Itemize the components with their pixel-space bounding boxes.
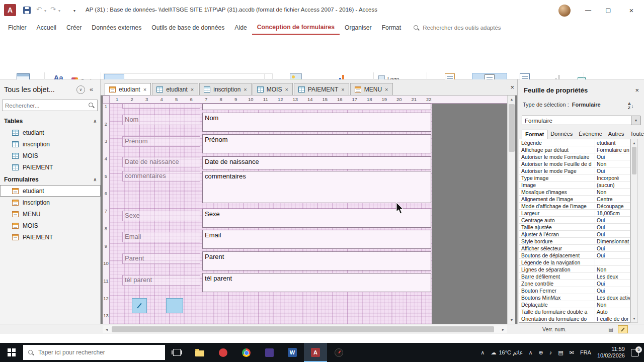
nav-item-table-inscription[interactable]: inscription [0,138,101,150]
close-tab-icon[interactable]: × [385,86,388,93]
maximize-button[interactable]: ▢ [600,0,617,20]
document-tab-menu[interactable]: MENU × [350,83,393,95]
design-view-button[interactable] [618,325,628,333]
nav-section-tables[interactable]: Tables∧ [0,116,101,127]
nav-item-table-mois[interactable]: MOIS [0,150,101,161]
property-value[interactable]: Non [595,189,630,195]
property-value[interactable]: Les deux activ [595,294,630,301]
property-row[interactable]: Légende etudiant [519,139,630,146]
ribbon-tab-donnees-externes[interactable]: Données externes [87,20,146,35]
property-value[interactable]: Oui [595,217,630,223]
textbox-email[interactable]: Email [202,230,431,249]
tray-icon-2[interactable]: ♪ [549,349,552,355]
document-tab-etudiant-form[interactable]: etudiant × [105,83,151,95]
scrollbar-thumb[interactable] [112,326,494,332]
tell-me-search[interactable] [413,20,523,35]
prop-tab-toutes[interactable]: Toutes [627,130,644,139]
redo-dropdown-icon[interactable]: ▾ [58,9,60,13]
textbox-parent[interactable]: Parent [202,251,431,270]
property-row[interactable]: Lignes de séparation Non [519,266,630,273]
ribbon-tab-outils-bdd[interactable]: Outils de base de données [146,20,229,35]
qat-customize-icon[interactable]: ▾ [73,9,75,13]
combo-dropdown-icon[interactable]: ▾ [631,116,640,125]
property-scrollbar[interactable]: ▲ ▼ [630,139,638,323]
close-tab-icon[interactable]: × [285,86,288,93]
prop-tab-format[interactable]: Format [522,130,547,139]
nav-item-table-paiement[interactable]: PAIEMENT [0,161,101,173]
ribbon-tab-creer[interactable]: Créer [61,20,87,35]
ribbon-tab-aide[interactable]: Aide [229,20,252,35]
nav-menu-icon[interactable]: ∨ [76,85,85,94]
close-tab-icon[interactable]: × [341,86,344,93]
property-value[interactable]: Dimensionnat [595,238,630,244]
close-tab-icon[interactable]: × [244,86,247,93]
access-taskbar-icon[interactable]: A [304,343,327,362]
property-row[interactable]: Orientation du formulaire do Feuille de … [519,315,630,322]
sort-az-button[interactable]: AZ ↓ [628,100,638,113]
label-tel-parent[interactable]: tél parent [122,275,200,286]
scroll-right-icon[interactable]: ► [499,325,507,333]
prop-tab-evenement[interactable]: Événeme [576,130,605,139]
label-date-naissance[interactable]: Date de naissance [122,157,200,167]
property-row[interactable]: Déplaçable Non [519,301,630,308]
property-value[interactable]: Oui [595,280,630,287]
property-value[interactable] [595,259,630,265]
property-value[interactable]: Oui [595,167,630,174]
horizontal-scrollbar[interactable]: ◄ ► [103,325,507,333]
ribbon-tab-fichier[interactable]: Fichier [3,20,32,35]
taskbar-search-input[interactable] [38,349,160,356]
action-center-icon[interactable]: 5 [631,349,639,356]
property-value[interactable]: Incorporé [595,174,630,181]
property-row[interactable]: Zone contrôle Oui [519,280,630,287]
gauge-app-icon[interactable] [327,343,350,362]
property-row[interactable]: Autoriser le mode Feuille de d Non [519,160,630,167]
label-partial[interactable] [122,104,200,109]
scrollbar-thumb[interactable] [509,104,515,152]
property-row[interactable]: Boutons MinMax Les deux activ [519,294,630,301]
nav-item-form-menu[interactable]: MENU [0,208,101,220]
textbox-partial[interactable] [202,104,431,110]
ribbon-tab-format[interactable]: Format [377,20,407,35]
property-row[interactable]: Taille ajustée Oui [519,224,630,231]
nav-section-formulaires[interactable]: Formulaires∧ [0,174,101,185]
clock[interactable]: 11:59 10/02/2026 [597,346,625,359]
label-commentaires[interactable]: commentaires [122,171,200,182]
property-row[interactable]: Mode d'affichage de l'image Découpage [519,203,630,210]
textbox-commentaires[interactable]: commentaires [202,171,431,203]
tell-me-search-input[interactable] [423,25,523,31]
shutter-bar-collapse-icon[interactable]: « [90,85,93,93]
property-row[interactable]: Type image Incorporé [519,174,630,182]
property-row[interactable]: Bouton Fermer Oui [519,287,630,294]
selection-combo[interactable]: Formulaire ▾ [522,116,640,125]
property-row[interactable]: Alignement de l'image Centre [519,196,630,203]
label-sexe[interactable]: Sexe [122,211,200,221]
redo-icon[interactable]: ↷ [50,6,56,13]
property-value[interactable]: Non [595,266,630,273]
task-view-icon[interactable] [165,343,188,362]
close-document-icon[interactable]: × [510,83,514,91]
close-property-sheet-icon[interactable]: × [635,86,639,94]
document-tab-etudiant-table[interactable]: etudiant × [152,83,198,95]
prop-tab-donnees[interactable]: Données [547,130,576,139]
property-value[interactable]: Formulaire un [595,146,630,153]
property-row[interactable]: Affichage par défaut Formulaire un [519,146,630,153]
property-value[interactable]: etudiant [595,139,630,146]
ribbon-tab-conception-formulaires[interactable]: Conception de formulaires [252,20,340,35]
property-value[interactable]: 18,005cm [595,210,630,216]
textbox-nom[interactable]: Nom [202,113,431,132]
hidden-icons-chevron[interactable]: ∧ [480,349,485,356]
weather-widget[interactable]: ☁ 16°C غائم [491,349,522,356]
property-row[interactable]: Boutons de déplacement Oui [519,252,630,259]
scroll-up-icon[interactable]: ▲ [631,139,637,147]
property-row[interactable]: Barre défilement Les deux [519,273,630,280]
tray-chevron[interactable]: ∧ [529,349,533,356]
property-value[interactable]: Oui [595,252,630,258]
property-row[interactable]: Ajuster à l'écran Oui [519,231,630,238]
form-view-button[interactable]: ▤ [606,325,616,333]
textbox-prenom[interactable]: Prénom [202,134,431,153]
minimize-button[interactable]: — [580,0,597,20]
property-value[interactable]: Non [595,301,630,308]
tray-icon-3[interactable]: ▤ [558,349,563,356]
textbox-date-naissance[interactable]: Date de naissance [202,156,431,169]
undo-icon[interactable]: ↶ [36,6,42,13]
